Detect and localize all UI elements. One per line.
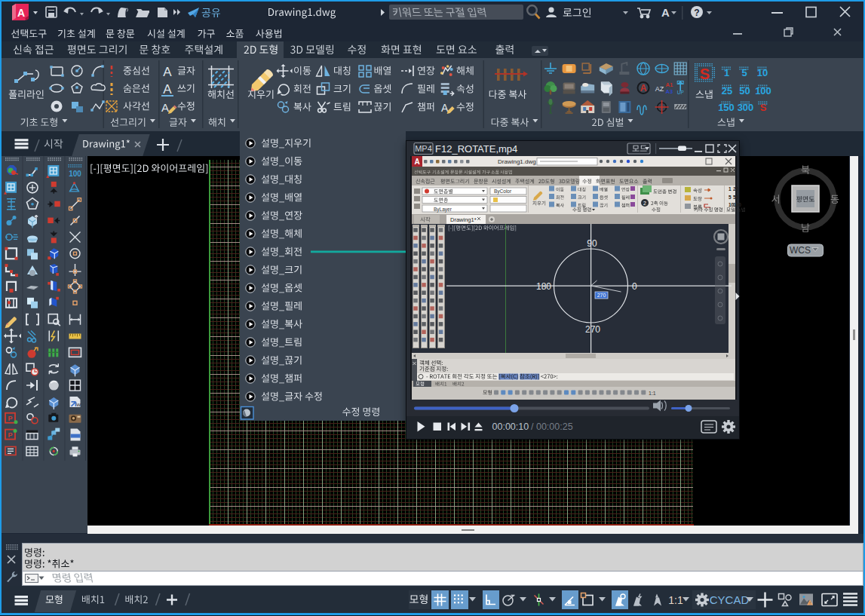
svg-text:F12_ROTATE,mp4: F12_ROTATE,mp4 bbox=[435, 143, 517, 155]
svg-text:A: A bbox=[661, 6, 670, 19]
svg-text:0: 0 bbox=[632, 281, 637, 292]
svg-text:ByColor: ByColor bbox=[494, 188, 512, 195]
svg-text:270: 270 bbox=[585, 324, 600, 335]
svg-text:S: S bbox=[700, 66, 710, 82]
svg-text:WCS: WCS bbox=[790, 245, 811, 256]
svg-text:/ 00:00:25: / 00:00:25 bbox=[531, 421, 573, 432]
svg-text:A: A bbox=[163, 65, 172, 79]
svg-text:A: A bbox=[17, 7, 25, 19]
svg-text:MP4: MP4 bbox=[415, 144, 432, 153]
svg-text:AZ: AZ bbox=[655, 85, 664, 93]
svg-text:1:1: 1:1 bbox=[668, 594, 683, 606]
svg-text:A3: A3 bbox=[666, 88, 673, 95]
svg-text:CYCAD: CYCAD bbox=[710, 593, 750, 606]
svg-text:P: P bbox=[8, 415, 12, 422]
svg-text:90: 90 bbox=[587, 238, 597, 249]
svg-text:00:00:10: 00:00:10 bbox=[492, 421, 529, 432]
svg-text:2: 2 bbox=[643, 201, 646, 206]
svg-text:100: 100 bbox=[69, 170, 81, 178]
svg-text:A: A bbox=[163, 82, 172, 97]
svg-text:270: 270 bbox=[597, 293, 606, 298]
svg-text:A: A bbox=[161, 101, 169, 114]
svg-text:100: 100 bbox=[733, 202, 741, 207]
svg-text:50: 50 bbox=[733, 195, 739, 200]
svg-text:ByLayer: ByLayer bbox=[434, 207, 452, 213]
svg-text:1: 1 bbox=[729, 186, 732, 192]
svg-text:A1: A1 bbox=[666, 81, 673, 88]
svg-text:W: W bbox=[77, 403, 81, 407]
svg-text:A: A bbox=[414, 158, 419, 166]
svg-text:180: 180 bbox=[536, 281, 551, 292]
svg-text:P: P bbox=[8, 431, 12, 439]
svg-text:1:1: 1:1 bbox=[649, 391, 656, 396]
svg-text:5: 5 bbox=[729, 195, 732, 200]
svg-text:Drawing1*: Drawing1* bbox=[450, 216, 477, 223]
svg-text:UP: UP bbox=[677, 90, 684, 95]
svg-text:?: ? bbox=[694, 8, 699, 18]
svg-text:A: A bbox=[640, 83, 647, 93]
svg-text:25: 25 bbox=[733, 186, 739, 192]
svg-text:Drawing1.dwg: Drawing1.dwg bbox=[498, 158, 536, 165]
